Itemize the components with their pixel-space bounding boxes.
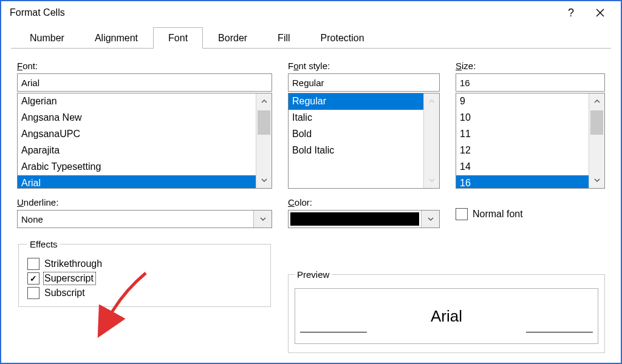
close-icon[interactable] [586, 1, 615, 24]
help-icon[interactable]: ? [556, 1, 586, 24]
checkbox-box [27, 287, 39, 299]
list-item[interactable]: Bold [289, 126, 439, 143]
tab-strip: Number Alignment Font Border Fill Protec… [1, 24, 621, 49]
preview-group: Preview Arial [288, 269, 605, 353]
list-item[interactable]: 11 [456, 126, 604, 143]
scroll-down-icon[interactable] [589, 172, 604, 188]
scrollbar[interactable] [589, 93, 604, 188]
font-style-input[interactable] [288, 73, 440, 92]
tab-alignment[interactable]: Alignment [80, 27, 153, 49]
size-listbox[interactable]: 91011121416 [456, 93, 605, 189]
list-item[interactable]: AngsanaUPC [18, 126, 272, 143]
scrollbar[interactable] [256, 93, 272, 188]
size-input[interactable] [456, 73, 605, 92]
color-swatch [290, 212, 419, 226]
font-label: Font: [17, 61, 272, 71]
scroll-up-icon[interactable] [424, 93, 439, 109]
list-item[interactable]: Bold Italic [289, 143, 439, 159]
list-item[interactable]: Aparajita [18, 143, 272, 159]
list-item[interactable]: 12 [456, 143, 604, 159]
underline-dropdown[interactable]: None [17, 210, 272, 228]
font-style-listbox[interactable]: RegularItalicBoldBold Italic [288, 93, 440, 189]
chevron-down-icon[interactable] [421, 211, 439, 228]
dialog-title: Format Cells [10, 7, 65, 18]
list-item[interactable]: 16 [456, 175, 604, 189]
tab-font[interactable]: Font [153, 27, 203, 49]
scroll-thumb[interactable] [590, 110, 603, 135]
format-cells-dialog: Format Cells ? Number Alignment Font Bor… [0, 0, 622, 364]
list-item[interactable]: Algerian [18, 93, 272, 110]
preview-legend: Preview [295, 269, 332, 280]
superscript-checkbox[interactable]: Superscript [27, 272, 262, 285]
tab-protection[interactable]: Protection [306, 27, 380, 49]
scroll-thumb[interactable] [258, 110, 270, 135]
list-item[interactable]: Regular [289, 93, 439, 110]
subscript-checkbox[interactable]: Subscript [27, 287, 262, 299]
preview-text: Arial [431, 307, 462, 326]
font-listbox[interactable]: AlgerianAngsana NewAngsanaUPCAparajitaAr… [17, 93, 272, 189]
font-input[interactable] [17, 73, 272, 92]
checkbox-box [27, 272, 39, 285]
underline-value: None [18, 211, 253, 228]
preview-box: Arial [295, 288, 598, 344]
list-item[interactable]: 9 [456, 93, 604, 110]
scroll-down-icon[interactable] [424, 172, 439, 188]
checkbox-box [27, 258, 39, 270]
tab-border[interactable]: Border [203, 27, 262, 49]
tab-fill[interactable]: Fill [262, 27, 305, 49]
list-item[interactable]: Angsana New [18, 110, 272, 126]
color-label: Color: [288, 197, 440, 207]
strikethrough-checkbox[interactable]: Strikethrough [27, 258, 262, 270]
size-label: Size: [456, 61, 605, 71]
list-item[interactable]: Italic [289, 110, 439, 126]
scrollbar[interactable] [423, 93, 439, 188]
normal-font-checkbox[interactable]: Normal font [456, 208, 605, 220]
list-item[interactable]: 10 [456, 110, 604, 126]
font-style-label: Font style: [288, 61, 440, 71]
tab-number[interactable]: Number [15, 27, 80, 49]
column-left: Font: AlgerianAngsana NewAngsanaUPCApara… [17, 61, 272, 307]
effects-legend: Effects [27, 239, 60, 249]
list-item[interactable]: Arial [18, 175, 272, 189]
scroll-up-icon[interactable] [589, 93, 604, 109]
list-item[interactable]: 14 [456, 159, 604, 175]
chevron-down-icon[interactable] [253, 211, 272, 228]
underline-label: Underline: [17, 197, 272, 207]
color-dropdown[interactable] [288, 210, 440, 228]
effects-group: Effects Strikethrough Superscript Subscr… [18, 239, 271, 307]
list-item[interactable]: Arabic Typesetting [18, 159, 272, 175]
scroll-down-icon[interactable] [256, 172, 272, 188]
title-bar: Format Cells ? [1, 1, 621, 24]
scroll-up-icon[interactable] [256, 93, 272, 109]
checkbox-box [456, 208, 468, 220]
